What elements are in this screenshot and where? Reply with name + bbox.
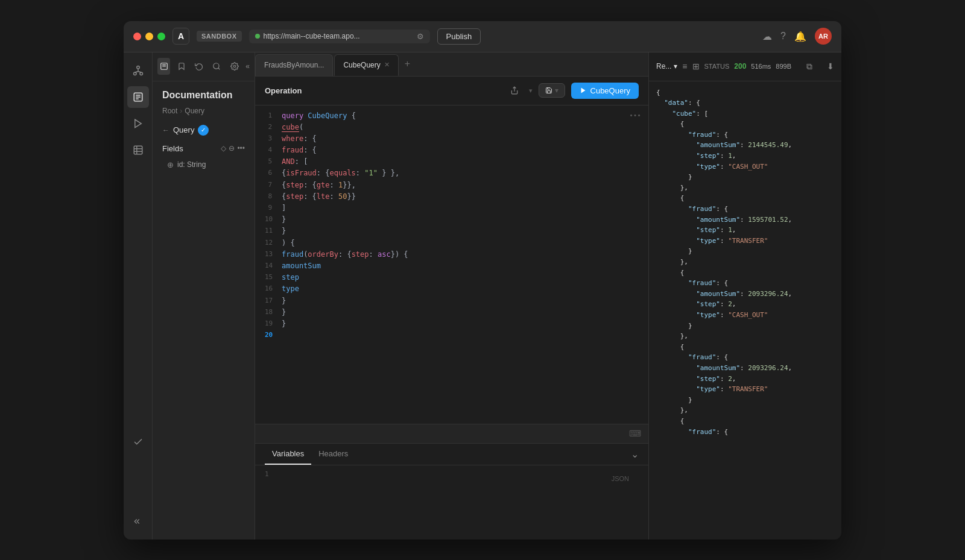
svg-point-1 xyxy=(133,72,136,75)
code-line-5: 5 AND: [ xyxy=(255,156,648,168)
svg-point-2 xyxy=(140,72,143,75)
response-dropdown[interactable]: Re... ▾ xyxy=(656,62,677,71)
share-icon[interactable] xyxy=(506,82,523,99)
tab-variables[interactable]: Variables xyxy=(265,443,311,465)
sidebar-table-icon[interactable] xyxy=(127,139,149,161)
sidebar-check-icon[interactable] xyxy=(127,431,149,453)
app-window: A SANDBOX https://main--cube-team.apo...… xyxy=(124,21,841,540)
code-line-10: 10 } xyxy=(255,214,648,225)
save-dropdown-icon: ▾ xyxy=(555,86,558,95)
toolbar-search-btn[interactable] xyxy=(210,58,223,75)
variables-content: 1 JSON xyxy=(255,465,648,540)
sidebar-schema-icon[interactable] xyxy=(127,60,149,81)
collapse-icon[interactable]: « xyxy=(245,62,250,71)
back-arrow-icon: ← xyxy=(162,126,169,134)
response-dropdown-chevron: ▾ xyxy=(674,62,677,71)
run-button[interactable]: CubeQuery xyxy=(571,83,639,99)
query-item[interactable]: ← Query ✓ xyxy=(153,121,255,139)
notification-icon[interactable]: 🔔 xyxy=(794,31,806,42)
tab-cubequery-label: CubeQuery xyxy=(343,61,380,69)
breadcrumb-query[interactable]: Query xyxy=(185,107,204,115)
field-name: id: String xyxy=(177,160,206,169)
url-text: https://main--cube-team.apo... xyxy=(264,32,413,40)
code-line-13: 13 fraud(orderBy: {step: asc}) { xyxy=(255,249,648,260)
response-dropdown-label: Re... xyxy=(656,62,671,71)
variables-panel: Variables Headers ⌄ 1 JSON xyxy=(255,443,648,540)
center-panel: FraudsByAmoun... CubeQuery ✕ + Operation xyxy=(255,52,648,540)
code-line-20: 20 xyxy=(255,330,648,341)
svg-point-18 xyxy=(214,63,219,69)
maximize-button[interactable] xyxy=(157,33,165,40)
sidebar-expand-icon[interactable] xyxy=(127,511,149,532)
main-content: « Documentation Root › Query ← Query ✓ F… xyxy=(124,52,841,540)
tab-frauds-label: FraudsByAmoun... xyxy=(264,61,324,69)
svg-marker-10 xyxy=(134,119,141,128)
response-table-icon[interactable]: ⊞ xyxy=(692,61,700,71)
code-editor[interactable]: ••• 1 query CubeQuery { 2 cube( 3 where:… xyxy=(255,105,648,424)
doc-toolbar: « xyxy=(153,52,255,81)
close-button[interactable] xyxy=(133,33,141,40)
field-item[interactable]: ⊕ id: String xyxy=(153,158,255,172)
response-panel: Re... ▾ ≡ ⊞ STATUS 200 516ms 899B ⧉ ⬇ { … xyxy=(648,52,841,540)
more-options-icon[interactable]: ••• xyxy=(629,110,641,121)
sidebar-docs-icon[interactable] xyxy=(127,86,149,108)
code-line-9: 9 ] xyxy=(255,203,648,214)
url-bar[interactable]: https://main--cube-team.apo... ⚙ xyxy=(249,30,430,43)
avatar[interactable]: AR xyxy=(815,28,832,45)
vars-line-1: 1 xyxy=(265,470,282,535)
response-content: { "data": { "cube": [ { "fraud": { "amou… xyxy=(649,81,841,540)
fields-row: Fields ◇ ⊖ ••• xyxy=(153,139,255,158)
help-icon[interactable]: ? xyxy=(780,31,786,42)
editor-bottom-bar: ⌨ xyxy=(255,424,648,443)
cloud-icon[interactable]: ☁ xyxy=(762,31,772,42)
svg-line-5 xyxy=(138,71,141,72)
tabs-bar: FraudsByAmoun... CubeQuery ✕ + xyxy=(255,52,648,77)
tab-add-icon[interactable]: + xyxy=(400,58,415,69)
breadcrumb-root[interactable]: Root xyxy=(162,107,177,115)
toolbar-bookmark-btn[interactable] xyxy=(175,58,188,75)
titlebar: A SANDBOX https://main--cube-team.apo...… xyxy=(124,21,841,52)
apollo-logo: A xyxy=(172,28,189,45)
tab-frauds[interactable]: FraudsByAmoun... xyxy=(255,54,333,76)
svg-marker-22 xyxy=(581,88,585,93)
toolbar-docs-btn[interactable] xyxy=(157,58,170,75)
toolbar-history-btn[interactable] xyxy=(193,58,206,75)
doc-panel-title: Documentation xyxy=(153,81,255,107)
vars-collapse-icon[interactable]: ⌄ xyxy=(631,448,639,460)
copy-icon[interactable]: ⧉ xyxy=(806,61,812,72)
toolbar-settings-btn[interactable] xyxy=(228,58,241,75)
tab-headers[interactable]: Headers xyxy=(311,443,355,465)
svg-line-4 xyxy=(134,71,138,72)
response-toolbar: Re... ▾ ≡ ⊞ STATUS 200 516ms 899B ⧉ ⬇ xyxy=(649,52,841,81)
doc-panel: « Documentation Root › Query ← Query ✓ F… xyxy=(153,52,255,540)
traffic-lights xyxy=(133,33,165,40)
fields-minus-icon[interactable]: ⊖ xyxy=(229,144,235,153)
code-line-18: 18 } xyxy=(255,307,648,318)
code-line-11: 11 } xyxy=(255,225,648,237)
fields-icons: ◇ ⊖ ••• xyxy=(221,144,245,153)
share-dropdown-icon[interactable]: ▾ xyxy=(529,87,533,95)
fields-more-icon[interactable]: ••• xyxy=(237,144,245,153)
keyboard-icon: ⌨ xyxy=(629,429,641,438)
response-format-icon[interactable]: ≡ xyxy=(682,61,687,71)
fields-label: Fields xyxy=(162,144,183,153)
fields-expand-icon[interactable]: ◇ xyxy=(221,144,226,153)
tab-cubequery[interactable]: CubeQuery ✕ xyxy=(334,54,398,76)
sidebar-play-icon[interactable] xyxy=(127,113,149,134)
tab-close-icon[interactable]: ✕ xyxy=(384,61,390,69)
svg-point-0 xyxy=(136,66,139,69)
query-name: Query xyxy=(173,125,194,134)
code-line-1: 1 query CubeQuery { xyxy=(255,110,648,122)
download-icon[interactable]: ⬇ xyxy=(827,61,834,71)
code-line-17: 17 } xyxy=(255,295,648,307)
svg-rect-11 xyxy=(134,146,142,154)
field-add-icon[interactable]: ⊕ xyxy=(167,160,174,169)
publish-button[interactable]: Publish xyxy=(437,28,481,45)
save-button[interactable]: ▾ xyxy=(539,83,565,98)
response-size: 899B xyxy=(776,63,791,70)
url-settings-icon[interactable]: ⚙ xyxy=(417,32,424,41)
json-label: JSON xyxy=(602,470,639,487)
response-json: { "data": { "cube": [ { "fraud": { "amou… xyxy=(656,87,834,438)
minimize-button[interactable] xyxy=(145,33,153,40)
connection-status-dot xyxy=(255,34,260,39)
